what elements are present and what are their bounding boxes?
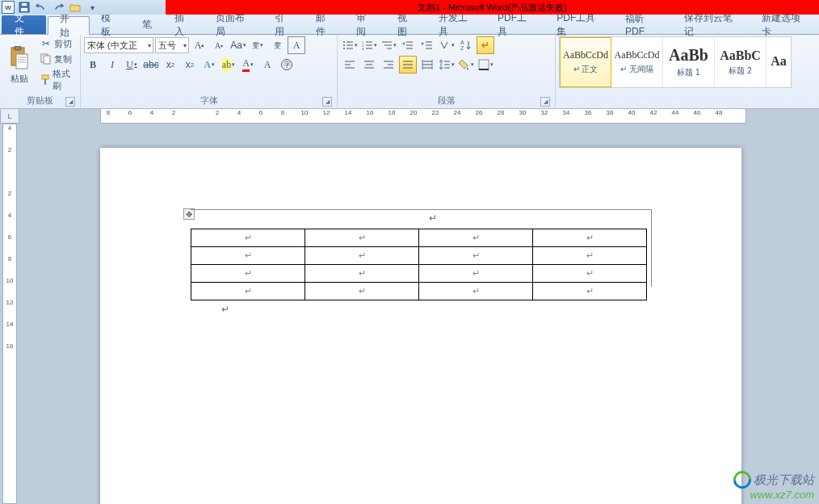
style-heading1[interactable]: AaBb标题 1 [663,37,715,87]
borders-button[interactable]: ▾ [477,56,494,74]
tab-pen[interactable]: 笔 [131,15,163,34]
table-cell[interactable]: ↵ [191,229,305,247]
italic-button[interactable]: I [103,56,121,74]
show-marks-button[interactable]: ↵ [477,36,494,54]
table-cell[interactable]: ↵ [419,229,533,247]
file-tab[interactable]: 文件 [2,15,46,34]
tab-view[interactable]: 视图 [386,15,427,34]
align-right-button[interactable] [380,56,397,74]
tab-references[interactable]: 引用 [263,15,304,34]
table-cell[interactable]: ↵ [305,283,419,300]
tab-developer[interactable]: 开发工具 [427,15,486,34]
quick-access-toolbar: W ▾ [0,1,99,14]
shading-button[interactable]: ▾ [457,56,475,74]
table-cell[interactable]: ↵ [419,283,533,300]
char-border-button[interactable]: A [288,36,305,54]
phonetic-guide-button[interactable]: 雯▾ [249,36,267,54]
table-cell[interactable]: ↵ [305,265,419,283]
font-size-combo[interactable]: 五号▾ [155,37,189,53]
numbering-button[interactable]: 123▾ [360,36,378,54]
tab-insert[interactable]: 插入 [163,15,204,34]
qat-save-icon[interactable] [17,1,32,14]
cut-button[interactable]: ✂剪切 [37,36,77,51]
qat-redo-icon[interactable] [51,1,65,14]
ruler-corner[interactable]: L [0,109,19,124]
table-row[interactable]: ↵↵↵↵ [191,229,647,247]
table-cell[interactable]: ↵ [533,283,647,300]
superscript-button[interactable]: x2 [181,56,199,74]
tab-mailings[interactable]: 邮件 [304,15,346,34]
vertical-ruler[interactable]: 42246810121416 [2,124,17,504]
table-cell[interactable]: ↵ [419,265,533,283]
tab-save-cloud[interactable]: 保存到云笔记 [673,15,750,34]
style-gallery[interactable]: AaBbCcDd↵ 正文 AaBbCcDd↵ 无间隔 AaBb标题 1 AaBb… [559,36,792,88]
paste-button[interactable]: 粘贴 [3,36,36,93]
line-spacing-button[interactable]: ▾ [438,56,456,74]
table-cell[interactable]: ↵ [533,229,647,247]
align-left-button[interactable] [341,56,359,74]
align-justify-button[interactable] [399,56,417,74]
clear-format-button[interactable]: 雯 [268,36,286,54]
qat-undo-icon[interactable] [34,1,48,14]
style-no-spacing[interactable]: AaBbCcDd↵ 无间隔 [611,37,663,87]
bold-button[interactable]: B [84,56,102,74]
tab-foxit-pdf[interactable]: 福昕PDF [614,15,673,34]
highlight-button[interactable]: ab▾ [220,56,237,74]
document-table[interactable]: ↵↵↵↵ ↵↵↵↵ ↵↵↵↵ ↵↵↵↵ [191,229,647,300]
tab-template[interactable]: 模板 [90,15,131,34]
table-row[interactable]: ↵↵↵↵ [191,283,647,300]
cut-icon: ✂ [40,37,52,50]
char-shading-button[interactable]: A [258,56,276,74]
horizontal-ruler[interactable]: 8642246810121416182022242628303234363840… [100,109,746,124]
tab-home[interactable]: 开始 [48,16,90,35]
table-row[interactable]: ↵↵↵↵ [191,247,647,265]
font-name-combo[interactable]: 宋体 (中文正▾ [84,37,153,53]
increase-indent-button[interactable] [418,36,436,54]
distribute-button[interactable] [418,56,436,74]
grow-font-button[interactable]: A▴ [191,36,208,54]
style-normal[interactable]: AaBbCcDd↵ 正文 [560,37,611,87]
table-move-handle-icon[interactable]: ✥ [183,208,195,220]
group-label-font: 字体◢ [84,94,334,107]
multilevel-button[interactable]: ▾ [380,36,397,54]
group-clipboard: 粘贴 ✂剪切 复制 格式刷 剪贴板◢ [0,35,81,108]
tab-pdf-tools[interactable]: PDF工具 [486,15,545,34]
table-cell[interactable]: ↵ [533,247,647,265]
tab-review[interactable]: 审阅 [345,15,386,34]
table-cell[interactable]: ↵ [533,265,647,283]
format-painter-button[interactable]: 格式刷 [37,67,77,93]
table-row[interactable]: ↵↵↵↵ [191,265,647,283]
table-cell[interactable]: ↵ [191,283,305,300]
bullets-button[interactable]: ▾ [341,36,359,54]
align-center-button[interactable] [360,56,378,74]
decrease-indent-button[interactable] [399,36,417,54]
table-cell[interactable]: ↵ [191,265,305,283]
tab-page-layout[interactable]: 页面布局 [204,15,263,34]
change-case-button[interactable]: Aa▾ [229,36,247,54]
table-cell[interactable]: ↵ [191,247,305,265]
copy-button[interactable]: 复制 [37,52,77,66]
asian-layout-button[interactable]: ▾ [438,36,456,54]
underline-button[interactable]: U▾ [123,56,141,74]
sort-button[interactable]: AZ [457,36,475,54]
table-cell[interactable]: ↵ [419,247,533,265]
clipboard-launcher-icon[interactable]: ◢ [65,97,75,107]
style-heading2[interactable]: AaBbC标题 2 [715,37,766,87]
font-launcher-icon[interactable]: ◢ [322,97,332,107]
strike-button[interactable]: abc [142,56,160,74]
enclose-char-button[interactable]: 字 [278,56,296,74]
tab-pdf-toolset[interactable]: PDF工具集 [545,15,614,34]
shrink-font-button[interactable]: A▾ [210,36,228,54]
page[interactable]: ✥ ↵ ↵↵↵↵ ↵↵↵↵ ↵↵↵↵ ↵↵↵↵ ↵ [100,148,741,504]
table-cell[interactable]: ↵ [305,229,419,247]
tab-new-tab[interactable]: 新建选项卡 [750,15,819,34]
text-effects-button[interactable]: A▾ [200,56,218,74]
subscript-button[interactable]: x2 [162,56,179,74]
paragraph-launcher-icon[interactable]: ◢ [540,97,550,107]
qat-customize-icon[interactable]: ▾ [85,1,99,14]
document-scroll[interactable]: ✥ ↵ ↵↵↵↵ ↵↵↵↵ ↵↵↵↵ ↵↵↵↵ ↵ [19,124,819,504]
qat-open-icon[interactable] [68,1,82,14]
style-more[interactable]: Aa [766,37,791,87]
font-color-button[interactable]: A▾ [239,56,257,74]
table-cell[interactable]: ↵ [305,247,419,265]
